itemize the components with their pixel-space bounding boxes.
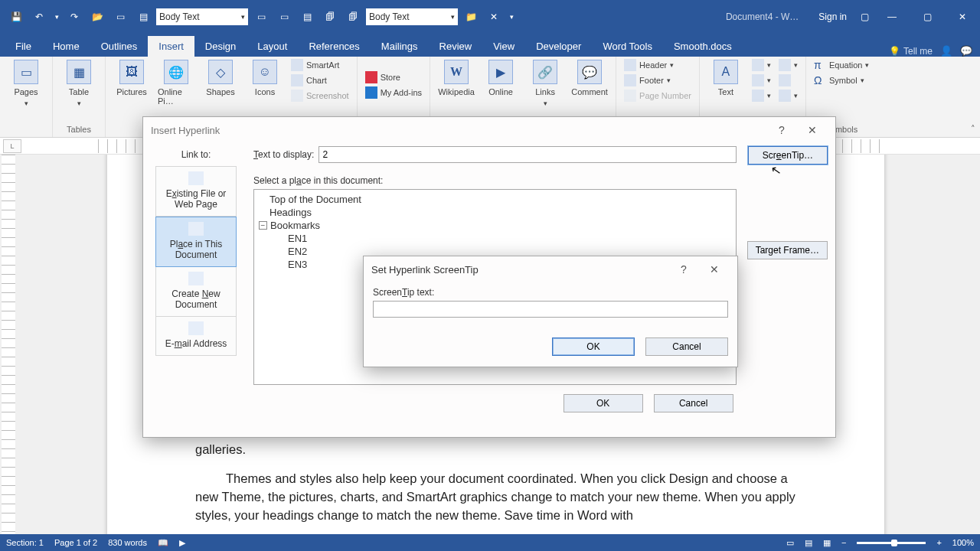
tab-developer[interactable]: Developer xyxy=(525,36,592,57)
close-doc-icon[interactable]: ✕ xyxy=(484,7,504,27)
wikipedia-button[interactable]: WWikipedia xyxy=(436,58,476,98)
table-button[interactable]: ▦ Table ▾ xyxy=(59,58,99,109)
zoom-level[interactable]: 100% xyxy=(952,538,974,547)
store-button[interactable]: Store xyxy=(364,70,423,84)
linkto-place-in-document[interactable]: Place in This Document xyxy=(155,217,237,267)
screentip-button[interactable]: ScreenTip… xyxy=(748,146,828,165)
tab-design[interactable]: Design xyxy=(194,36,247,57)
view-web-layout[interactable]: ▦ xyxy=(823,538,831,548)
icons-button[interactable]: ☺Icons xyxy=(245,58,285,98)
text-box-button[interactable]: AText xyxy=(706,58,746,98)
header-button[interactable]: Header ▾ xyxy=(622,58,693,72)
signature-button[interactable]: ▾ xyxy=(777,58,799,72)
target-frame-button[interactable]: Target Frame… xyxy=(747,241,828,259)
tree-item-en1[interactable]: EN1 xyxy=(259,232,731,245)
tab-insert[interactable]: Insert xyxy=(148,36,194,57)
tab-references[interactable]: References xyxy=(298,36,370,57)
linkto-email[interactable]: E-mail Address xyxy=(155,317,237,356)
status-words[interactable]: 830 words xyxy=(108,538,147,547)
zoom-slider[interactable] xyxy=(857,542,926,544)
minimize-button[interactable]: — xyxy=(874,5,910,28)
quick-parts-button[interactable]: ▾ xyxy=(750,58,773,72)
tree-item-headings[interactable]: Headings xyxy=(259,206,731,219)
macro-icon[interactable]: ▶ xyxy=(179,538,185,548)
close-button[interactable]: ✕ xyxy=(699,259,730,280)
linkto-create-new[interactable]: Create New Document xyxy=(155,267,237,317)
generic-icon[interactable]: ▤ xyxy=(133,7,153,27)
tab-mailings[interactable]: Mailings xyxy=(371,36,429,57)
generic-icon[interactable]: ▭ xyxy=(251,7,271,27)
page-number-button[interactable]: Page Number xyxy=(622,89,693,103)
symbol-button[interactable]: ΩSymbol ▾ xyxy=(812,73,871,87)
tree-item-top[interactable]: Top of the Document xyxy=(259,193,731,206)
tab-file[interactable]: File xyxy=(5,36,42,57)
maximize-button[interactable]: ▢ xyxy=(910,5,945,28)
help-button[interactable]: ? xyxy=(766,119,797,141)
undo-icon[interactable]: ↶ xyxy=(29,7,49,27)
undo-dropdown-icon[interactable]: ▾ xyxy=(52,7,61,27)
tab-layout[interactable]: Layout xyxy=(247,36,298,57)
tab-home[interactable]: Home xyxy=(42,36,90,57)
template-icon[interactable]: ▭ xyxy=(110,7,130,27)
share-icon[interactable]: 👤 xyxy=(940,45,952,57)
zoom-out-button[interactable]: − xyxy=(841,538,846,547)
generic-icon[interactable]: ▤ xyxy=(297,7,317,27)
drop-cap-button[interactable]: ▾ xyxy=(750,89,773,103)
pictures-button[interactable]: 🖼Pictures xyxy=(112,58,152,98)
view-print-layout[interactable]: ▤ xyxy=(805,538,812,548)
dialog-titlebar[interactable]: Set Hyperlink ScreenTip ? ✕ xyxy=(364,256,737,282)
online-pictures-button[interactable]: 🌐Online Pi… xyxy=(156,58,196,107)
help-button[interactable]: ? xyxy=(668,259,699,280)
spellcheck-icon[interactable]: 📖 xyxy=(158,538,168,548)
style-combo-1[interactable]: Body Text ▾ xyxy=(156,8,248,25)
generic-icon[interactable]: ▭ xyxy=(274,7,294,27)
linkto-existing-file[interactable]: Existing File or Web Page xyxy=(155,166,237,217)
tab-view[interactable]: View xyxy=(482,36,525,57)
tab-selector[interactable]: L xyxy=(3,139,21,153)
tree-item-bookmarks[interactable]: −Bookmarks xyxy=(259,219,731,232)
tab-outlines[interactable]: Outlines xyxy=(90,36,149,57)
footer-button[interactable]: Footer ▾ xyxy=(622,73,693,87)
ok-button[interactable]: OK xyxy=(552,337,635,356)
style-combo-2[interactable]: Body Text ▾ xyxy=(366,8,458,25)
screenshot-button[interactable]: Screenshot xyxy=(289,89,351,103)
generic-icon[interactable]: 🗐 xyxy=(320,7,340,27)
save-icon[interactable]: 💾 xyxy=(6,7,26,27)
close-button[interactable]: ✕ xyxy=(945,5,980,28)
ribbon-display-icon[interactable]: ▢ xyxy=(854,7,874,27)
cancel-button[interactable]: Cancel xyxy=(645,337,728,356)
tab-smooth[interactable]: Smooth.docs xyxy=(663,36,743,57)
generic-icon[interactable]: 📁 xyxy=(461,7,481,27)
text-to-display-input[interactable] xyxy=(318,146,736,163)
smartart-button[interactable]: SmartArt xyxy=(289,58,351,72)
tree-collapse-icon[interactable]: − xyxy=(259,221,267,230)
status-section[interactable]: Section: 1 xyxy=(6,538,44,547)
view-read-mode[interactable]: ▭ xyxy=(786,538,794,548)
date-time-button[interactable] xyxy=(777,73,799,87)
close-button[interactable]: ✕ xyxy=(797,119,828,141)
tab-word-tools[interactable]: Word Tools xyxy=(592,36,663,57)
comment-button[interactable]: 💬Comment xyxy=(570,58,609,98)
qat-customize-icon[interactable]: ▾ xyxy=(507,7,516,27)
collapse-ribbon-icon[interactable]: ˄ xyxy=(971,124,975,134)
pages-button[interactable]: ▭ Pages ▾ xyxy=(6,58,46,109)
equation-button[interactable]: πEquation ▾ xyxy=(812,58,871,72)
status-page[interactable]: Page 1 of 2 xyxy=(54,538,97,547)
object-button[interactable]: ▾ xyxy=(777,89,799,103)
redo-icon[interactable]: ↷ xyxy=(64,7,84,27)
screentip-text-input[interactable] xyxy=(373,301,728,318)
generic-icon[interactable]: 🗐 xyxy=(343,7,363,27)
my-addins-button[interactable]: My Add-ins xyxy=(364,86,423,99)
dialog-titlebar[interactable]: Insert Hyperlink ? ✕ xyxy=(143,117,835,143)
open-icon[interactable]: 📂 xyxy=(87,7,107,27)
ok-button[interactable]: OK xyxy=(564,394,643,412)
links-button[interactable]: 🔗Links▾ xyxy=(525,58,565,109)
chart-button[interactable]: Chart xyxy=(289,73,351,87)
sign-in-link[interactable]: Sign in xyxy=(811,7,854,27)
comments-icon[interactable]: 💬 xyxy=(960,45,972,57)
tab-review[interactable]: Review xyxy=(429,36,483,57)
cancel-button[interactable]: Cancel xyxy=(654,394,733,412)
online-video-button[interactable]: ▶Online xyxy=(481,58,521,98)
vertical-ruler[interactable] xyxy=(2,155,15,534)
tell-me-search[interactable]: 💡 Tell me xyxy=(889,46,933,57)
